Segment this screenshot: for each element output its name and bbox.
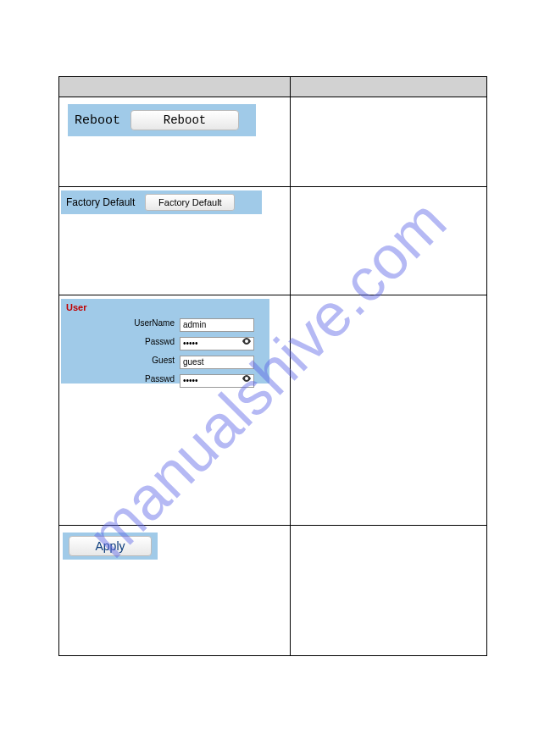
table-header-row: [59, 77, 487, 97]
table-row: Reboot Reboot: [59, 97, 487, 187]
guest-label: Guest: [61, 356, 180, 365]
factory-default-panel: Factory Default Factory Default: [61, 190, 262, 214]
passwd1-row: Passwd: [61, 333, 269, 350]
reboot-button[interactable]: Reboot: [130, 110, 239, 130]
apply-panel: Apply: [63, 533, 158, 560]
user-title: User: [66, 302, 269, 312]
passwd2-row: Passwd: [61, 370, 269, 387]
factory-default-button[interactable]: Factory Default: [145, 194, 235, 211]
reboot-panel: Reboot Reboot: [68, 104, 256, 136]
header-cell-right: [290, 77, 486, 97]
eye-icon[interactable]: [241, 373, 253, 384]
username-field[interactable]: [180, 318, 254, 332]
apply-button[interactable]: Apply: [69, 536, 152, 556]
username-row: UserName: [61, 314, 269, 331]
factory-default-label: Factory Default: [66, 196, 135, 208]
table-row: Factory Default Factory Default: [59, 187, 487, 295]
reboot-label: Reboot: [75, 113, 120, 128]
empty-cell: [290, 526, 486, 656]
header-cell-left: [59, 77, 291, 97]
table-row: User UserName Passwd: [59, 295, 487, 526]
passwd1-label: Passwd: [61, 337, 180, 346]
empty-cell: [290, 295, 486, 526]
empty-cell: [290, 97, 486, 187]
table-row: Apply: [59, 526, 487, 656]
passwd2-label: Passwd: [61, 374, 180, 384]
empty-cell: [290, 187, 486, 295]
eye-icon[interactable]: [241, 336, 253, 346]
username-label: UserName: [61, 318, 180, 328]
guest-row: Guest: [61, 351, 269, 368]
config-table: Reboot Reboot Factory Default Factory De…: [58, 76, 487, 656]
user-panel: User UserName Passwd: [61, 299, 269, 384]
guest-field[interactable]: [180, 356, 254, 369]
